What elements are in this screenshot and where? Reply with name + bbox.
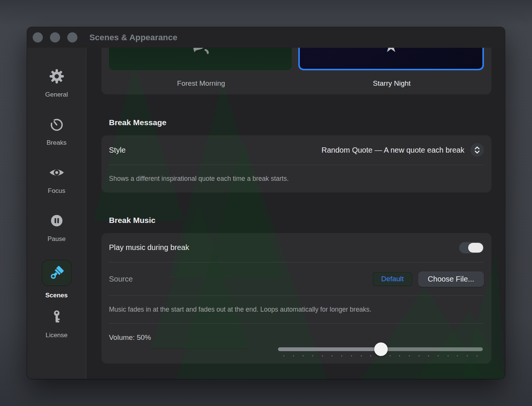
sidebar-item-breaks[interactable]: Breaks	[27, 111, 86, 159]
scene-label-starry-night: Starry Night	[300, 79, 484, 88]
settings-window: Scenes & Appearance	[27, 27, 505, 379]
sidebar-item-label: Scenes	[45, 292, 68, 299]
style-label: Style	[109, 146, 125, 155]
chevron-up-down-icon	[473, 146, 481, 154]
gear-icon	[49, 68, 65, 84]
play-music-label: Play music during break	[109, 243, 189, 252]
play-music-toggle[interactable]	[459, 242, 484, 253]
style-description: Shows a different inspirational quote ea…	[101, 165, 491, 192]
sidebar-item-label: General	[45, 91, 68, 98]
sidebar-item-focus[interactable]: Focus	[27, 159, 86, 207]
scene-thumb-forest-morning[interactable]	[109, 48, 292, 70]
default-button[interactable]: Default	[373, 272, 412, 286]
sidebar-item-scenes[interactable]: Scenes	[27, 255, 86, 303]
choose-file-button[interactable]: Choose File...	[418, 271, 484, 287]
content-pane: ★ Forest Morning Starry Night Break Mess…	[86, 48, 505, 379]
sidebar-item-label: Pause	[47, 235, 65, 243]
zoom-button[interactable]	[67, 32, 77, 42]
volume-section: Volume: 50%	[101, 324, 491, 364]
pause-icon	[49, 213, 65, 229]
break-music-heading: Break Music	[109, 216, 491, 225]
key-icon	[49, 309, 65, 325]
sidebar-item-license[interactable]: License	[27, 303, 86, 351]
sidebar-item-general[interactable]: General	[27, 63, 86, 111]
volume-label: Volume: 50%	[109, 333, 151, 342]
timer-icon	[49, 117, 65, 132]
star-icon: ★	[383, 48, 399, 55]
break-message-heading: Break Message	[109, 118, 491, 127]
source-label: Source	[109, 275, 133, 283]
style-select-value[interactable]: Random Quote — A new quote each break	[322, 146, 464, 155]
minimize-button[interactable]	[50, 32, 60, 42]
slider-fill	[278, 347, 381, 351]
titlebar: Scenes & Appearance	[27, 27, 505, 48]
sidebar-item-label: Focus	[48, 187, 65, 195]
traffic-lights	[33, 32, 77, 42]
sidebar: General Breaks	[27, 48, 86, 379]
style-row: Style Random Quote — A new quote each br…	[101, 135, 491, 165]
sidebar-item-label: Breaks	[47, 139, 66, 147]
scene-label-forest-morning: Forest Morning	[109, 79, 293, 88]
volume-slider[interactable]	[278, 347, 483, 351]
sidebar-item-label: License	[45, 332, 68, 339]
music-description: Music fades in at the start and fades ou…	[101, 296, 491, 323]
sidebar-selected-highlight	[42, 260, 72, 286]
play-music-row: Play music during break	[101, 233, 491, 262]
window-title: Scenes & Appearance	[89, 33, 177, 42]
slider-thumb[interactable]	[374, 342, 388, 356]
break-message-card: Style Random Quote — A new quote each br…	[101, 135, 491, 192]
leaf-icon	[190, 48, 210, 58]
close-button[interactable]	[33, 32, 43, 42]
scene-thumb-starry-night[interactable]: ★	[298, 48, 484, 70]
eye-icon	[48, 165, 65, 180]
paintbrush-icon	[48, 265, 65, 281]
scene-picker: ★ Forest Morning Starry Night	[101, 48, 491, 94]
toggle-knob	[468, 243, 483, 253]
sidebar-item-pause[interactable]: Pause	[27, 207, 86, 255]
source-row: Source Default Choose File...	[101, 262, 491, 295]
style-select-button[interactable]	[470, 143, 484, 157]
break-music-card: Play music during break Source Default C…	[101, 233, 491, 364]
